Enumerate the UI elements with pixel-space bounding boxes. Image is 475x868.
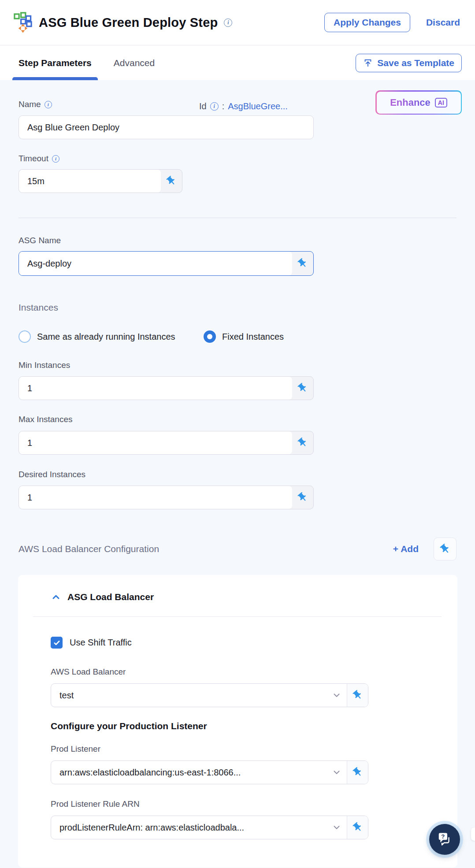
instances-radio-group: Same as already running Instances Fixed …	[19, 330, 456, 343]
ai-badge: AI	[435, 98, 447, 108]
timeout-input-shell	[19, 169, 182, 193]
checkbox-box	[51, 637, 63, 649]
section-divider	[19, 218, 456, 218]
header: ASG Blue Green Deploy Step i Apply Chang…	[0, 0, 475, 45]
aws-lb-pin-icon[interactable]	[347, 684, 368, 707]
asg-load-balancer-card: ASG Load Balancer Use Shift Traffic AWS …	[18, 575, 457, 868]
desired-instances-input[interactable]	[19, 486, 292, 509]
chevron-up-icon	[51, 592, 61, 602]
radio-same-as-running[interactable]: Same as already running Instances	[19, 330, 204, 343]
add-load-balancer-button[interactable]: + Add	[393, 544, 419, 554]
radio-label-same: Same as already running Instances	[37, 332, 175, 342]
aws-lb-value: test	[51, 684, 327, 707]
asg-name-input[interactable]	[19, 252, 292, 275]
chevron-down-icon	[327, 761, 347, 784]
lb-config-pin-icon[interactable]	[434, 538, 456, 560]
prod-listener-rule-select[interactable]: prodListenerRuleArn: arn:aws:elasticload…	[51, 816, 368, 839]
radio-fixed-instances[interactable]: Fixed Instances	[204, 330, 284, 343]
check-icon	[53, 639, 61, 647]
title-info-icon[interactable]: i	[224, 19, 232, 27]
min-instances-input[interactable]	[19, 377, 292, 400]
max-instances-label: Max Instances	[19, 415, 456, 424]
tab-step-parameters[interactable]: Step Parameters	[19, 45, 92, 80]
radio-circle	[204, 330, 216, 343]
header-actions: Apply Changes Discard	[324, 13, 460, 32]
prod-listener-value: arn:aws:elasticloadbalancing:us-east-1:8…	[51, 761, 327, 784]
prod-listener-heading: Configure your Production Listener	[51, 721, 457, 731]
desired-instances-label: Desired Instances	[19, 470, 456, 479]
discard-button[interactable]: Discard	[426, 17, 460, 28]
id-value[interactable]: AsgBlueGree...	[228, 101, 288, 111]
min-instances-pin-icon[interactable]	[292, 377, 313, 400]
prod-listener-rule-value: prodListenerRuleArn: arn:aws:elasticload…	[51, 816, 327, 839]
min-instances-label: Min Instances	[19, 360, 456, 370]
tab-bar: Step Parameters Advanced Save as Templat…	[0, 45, 475, 80]
timeout-label: Timeout	[19, 154, 48, 163]
prod-listener-select[interactable]: arn:aws:elasticloadbalancing:us-east-1:8…	[51, 760, 368, 784]
chevron-down-icon	[327, 684, 347, 707]
step-parameters-form: Id i : AsgBlueGree... Enhance AI Name i …	[0, 80, 475, 868]
asg-blue-green-step-icon	[13, 12, 33, 33]
enhance-inner: Enhance AI	[377, 92, 461, 114]
apply-changes-button[interactable]: Apply Changes	[324, 13, 410, 32]
radio-label-fixed: Fixed Instances	[222, 332, 284, 342]
enhance-ai-button[interactable]: Enhance AI	[375, 90, 462, 115]
tab-advanced[interactable]: Advanced	[114, 45, 155, 80]
id-label: Id	[199, 101, 207, 111]
aws-lb-label: AWS Load Balancer	[51, 667, 457, 677]
upload-icon	[363, 58, 373, 68]
prod-listener-pin-icon[interactable]	[347, 761, 368, 784]
max-instances-shell	[19, 431, 314, 455]
id-separator: :	[222, 101, 225, 111]
radio-circle	[19, 330, 31, 343]
name-input-shell	[19, 115, 314, 139]
timeout-pin-icon[interactable]	[161, 170, 182, 193]
desired-instances-pin-icon[interactable]	[292, 486, 313, 509]
prod-listener-rule-label: Prod Listener Rule ARN	[51, 799, 457, 809]
name-input[interactable]	[19, 116, 313, 139]
step-id: Id i : AsgBlueGree...	[199, 101, 288, 111]
asg-name-label: ASG Name	[19, 236, 456, 245]
timeout-label-row: Timeout i	[19, 154, 456, 163]
edge-docked-button[interactable]	[471, 827, 475, 841]
step-config-panel: ASG Blue Green Deploy Step i Apply Chang…	[0, 0, 475, 868]
lb-card-title: ASG Load Balancer	[67, 592, 154, 602]
desired-instances-shell	[19, 486, 314, 509]
use-shift-traffic-label: Use Shift Traffic	[70, 638, 132, 648]
chat-help-icon: ?	[437, 832, 453, 847]
save-as-template-label: Save as Template	[377, 58, 454, 68]
lb-config-label: AWS Load Balancer Configuration	[19, 544, 393, 554]
prod-listener-label: Prod Listener	[51, 744, 457, 754]
page-title: ASG Blue Green Deploy Step	[39, 15, 218, 30]
max-instances-pin-icon[interactable]	[292, 431, 313, 454]
asg-load-balancer-collapse[interactable]: ASG Load Balancer	[51, 592, 457, 602]
name-label: Name	[19, 100, 41, 109]
aws-lb-select[interactable]: test	[51, 683, 368, 707]
svg-text:?: ?	[441, 833, 445, 840]
instances-section-label: Instances	[19, 302, 456, 313]
min-instances-shell	[19, 376, 314, 400]
enhance-label: Enhance	[390, 97, 430, 108]
save-as-template-button[interactable]: Save as Template	[356, 54, 462, 72]
chevron-down-icon	[327, 816, 347, 839]
chat-help-button[interactable]: ?	[429, 824, 460, 855]
max-instances-input[interactable]	[19, 431, 292, 454]
id-info-icon[interactable]: i	[210, 102, 219, 111]
card-divider	[33, 616, 442, 617]
timeout-info-icon[interactable]: i	[52, 155, 59, 163]
use-shift-traffic-checkbox[interactable]: Use Shift Traffic	[51, 637, 457, 649]
name-info-icon[interactable]: i	[45, 101, 52, 108]
timeout-input[interactable]	[19, 170, 161, 193]
lb-config-row: AWS Load Balancer Configuration + Add	[19, 538, 456, 560]
tabs: Step Parameters Advanced	[19, 45, 356, 80]
asg-name-pin-icon[interactable]	[292, 252, 313, 275]
title-group: ASG Blue Green Deploy Step i	[13, 12, 324, 33]
prod-listener-rule-pin-icon[interactable]	[347, 816, 368, 839]
asg-name-input-shell	[19, 251, 314, 276]
